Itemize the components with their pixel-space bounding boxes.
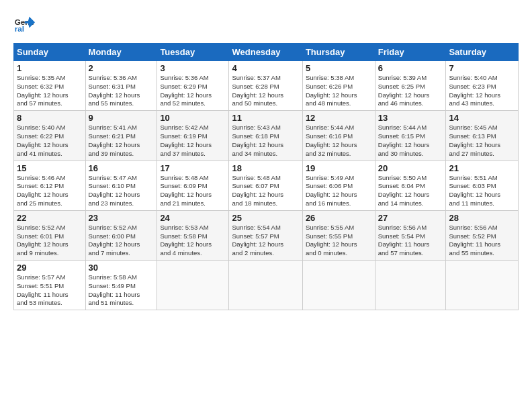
day-number: 29 (17, 263, 83, 273)
table-row: 11Sunrise: 5:43 AM Sunset: 6:18 PM Dayli… (229, 111, 302, 161)
day-number: 21 (449, 163, 515, 173)
day-detail: Sunrise: 5:49 AM Sunset: 6:06 PM Dayligh… (306, 174, 372, 208)
day-number: 23 (89, 213, 154, 223)
table-row (157, 261, 229, 310)
day-detail: Sunrise: 5:43 AM Sunset: 6:18 PM Dayligh… (232, 124, 299, 158)
day-number: 24 (160, 213, 226, 223)
day-number: 8 (17, 113, 83, 123)
day-number: 6 (378, 63, 443, 73)
day-detail: Sunrise: 5:44 AM Sunset: 6:15 PM Dayligh… (378, 124, 443, 158)
table-row: 25Sunrise: 5:54 AM Sunset: 5:57 PM Dayli… (229, 210, 302, 260)
day-detail: Sunrise: 5:56 AM Sunset: 5:54 PM Dayligh… (378, 224, 443, 258)
day-detail: Sunrise: 5:48 AM Sunset: 6:07 PM Dayligh… (232, 174, 299, 208)
table-row: 24Sunrise: 5:53 AM Sunset: 5:58 PM Dayli… (157, 210, 229, 260)
day-detail: Sunrise: 5:52 AM Sunset: 6:00 PM Dayligh… (89, 224, 154, 258)
table-row: 19Sunrise: 5:49 AM Sunset: 6:06 PM Dayli… (302, 161, 375, 210)
day-number: 30 (89, 263, 154, 273)
day-detail: Sunrise: 5:46 AM Sunset: 6:12 PM Dayligh… (17, 174, 83, 208)
day-number: 25 (232, 213, 299, 223)
day-number: 16 (89, 163, 154, 173)
table-row: 29Sunrise: 5:57 AM Sunset: 5:51 PM Dayli… (14, 261, 86, 310)
day-number: 14 (449, 113, 515, 123)
table-row: 18Sunrise: 5:48 AM Sunset: 6:07 PM Dayli… (229, 161, 302, 210)
logo: Gene ral (13, 12, 38, 34)
calendar-table: SundayMondayTuesdayWednesdayThursdayFrid… (13, 43, 519, 310)
table-row: 1Sunrise: 5:35 AM Sunset: 6:32 PM Daylig… (14, 61, 86, 111)
day-detail: Sunrise: 5:56 AM Sunset: 5:52 PM Dayligh… (449, 224, 515, 258)
table-row: 7Sunrise: 5:40 AM Sunset: 6:23 PM Daylig… (446, 61, 519, 111)
table-row: 28Sunrise: 5:56 AM Sunset: 5:52 PM Dayli… (446, 210, 519, 260)
col-header-thursday: Thursday (302, 44, 375, 61)
day-detail: Sunrise: 5:48 AM Sunset: 6:09 PM Dayligh… (160, 174, 226, 208)
day-number: 1 (17, 63, 83, 73)
table-row: 26Sunrise: 5:55 AM Sunset: 5:55 PM Dayli… (302, 210, 375, 260)
day-detail: Sunrise: 5:36 AM Sunset: 6:29 PM Dayligh… (160, 74, 226, 108)
table-row: 12Sunrise: 5:44 AM Sunset: 6:16 PM Dayli… (302, 111, 375, 161)
day-detail: Sunrise: 5:38 AM Sunset: 6:26 PM Dayligh… (306, 74, 372, 108)
col-header-saturday: Saturday (446, 44, 519, 61)
day-detail: Sunrise: 5:57 AM Sunset: 5:51 PM Dayligh… (17, 273, 83, 308)
day-detail: Sunrise: 5:44 AM Sunset: 6:16 PM Dayligh… (306, 124, 372, 158)
day-detail: Sunrise: 5:52 AM Sunset: 6:01 PM Dayligh… (17, 224, 83, 258)
day-number: 28 (449, 213, 515, 223)
table-row: 23Sunrise: 5:52 AM Sunset: 6:00 PM Dayli… (85, 210, 157, 260)
col-header-wednesday: Wednesday (229, 44, 302, 61)
day-number: 10 (160, 113, 226, 123)
day-detail: Sunrise: 5:42 AM Sunset: 6:19 PM Dayligh… (160, 124, 226, 158)
table-row: 27Sunrise: 5:56 AM Sunset: 5:54 PM Dayli… (375, 210, 446, 260)
day-detail: Sunrise: 5:40 AM Sunset: 6:22 PM Dayligh… (17, 124, 83, 158)
day-number: 20 (378, 163, 443, 173)
day-number: 3 (160, 63, 226, 73)
table-row (229, 261, 302, 310)
table-row: 15Sunrise: 5:46 AM Sunset: 6:12 PM Dayli… (14, 161, 86, 210)
day-detail: Sunrise: 5:45 AM Sunset: 6:13 PM Dayligh… (449, 124, 515, 158)
table-row: 10Sunrise: 5:42 AM Sunset: 6:19 PM Dayli… (157, 111, 229, 161)
table-row: 3Sunrise: 5:36 AM Sunset: 6:29 PM Daylig… (157, 61, 229, 111)
day-number: 26 (306, 213, 372, 223)
day-number: 13 (378, 113, 443, 123)
day-detail: Sunrise: 5:41 AM Sunset: 6:21 PM Dayligh… (89, 124, 154, 158)
day-number: 15 (17, 163, 83, 173)
day-number: 17 (160, 163, 226, 173)
day-detail: Sunrise: 5:58 AM Sunset: 5:49 PM Dayligh… (89, 273, 154, 308)
table-row: 22Sunrise: 5:52 AM Sunset: 6:01 PM Dayli… (14, 210, 86, 260)
table-row: 2Sunrise: 5:36 AM Sunset: 6:31 PM Daylig… (85, 61, 157, 111)
day-number: 22 (17, 213, 83, 223)
day-detail: Sunrise: 5:37 AM Sunset: 6:28 PM Dayligh… (232, 74, 299, 108)
table-row: 20Sunrise: 5:50 AM Sunset: 6:04 PM Dayli… (375, 161, 446, 210)
day-detail: Sunrise: 5:40 AM Sunset: 6:23 PM Dayligh… (449, 74, 515, 108)
col-header-friday: Friday (375, 44, 446, 61)
col-header-sunday: Sunday (14, 44, 86, 61)
table-row (446, 261, 519, 310)
col-header-monday: Monday (85, 44, 157, 61)
table-row: 16Sunrise: 5:47 AM Sunset: 6:10 PM Dayli… (85, 161, 157, 210)
table-row: 21Sunrise: 5:51 AM Sunset: 6:03 PM Dayli… (446, 161, 519, 210)
table-row (375, 261, 446, 310)
col-header-tuesday: Tuesday (157, 44, 229, 61)
table-row: 30Sunrise: 5:58 AM Sunset: 5:49 PM Dayli… (85, 261, 157, 310)
day-detail: Sunrise: 5:47 AM Sunset: 6:10 PM Dayligh… (89, 174, 154, 208)
day-number: 27 (378, 213, 443, 223)
day-number: 18 (232, 163, 299, 173)
table-row: 13Sunrise: 5:44 AM Sunset: 6:15 PM Dayli… (375, 111, 446, 161)
day-detail: Sunrise: 5:55 AM Sunset: 5:55 PM Dayligh… (306, 224, 372, 258)
day-detail: Sunrise: 5:39 AM Sunset: 6:25 PM Dayligh… (378, 74, 443, 108)
day-detail: Sunrise: 5:51 AM Sunset: 6:03 PM Dayligh… (449, 174, 515, 208)
day-number: 7 (449, 63, 515, 73)
day-number: 11 (232, 113, 299, 123)
logo-icon: Gene ral (13, 12, 35, 34)
table-row: 8Sunrise: 5:40 AM Sunset: 6:22 PM Daylig… (14, 111, 86, 161)
table-row: 17Sunrise: 5:48 AM Sunset: 6:09 PM Dayli… (157, 161, 229, 210)
day-detail: Sunrise: 5:50 AM Sunset: 6:04 PM Dayligh… (378, 174, 443, 208)
day-number: 9 (89, 113, 154, 123)
day-detail: Sunrise: 5:35 AM Sunset: 6:32 PM Dayligh… (17, 74, 83, 108)
table-row: 4Sunrise: 5:37 AM Sunset: 6:28 PM Daylig… (229, 61, 302, 111)
table-row: 5Sunrise: 5:38 AM Sunset: 6:26 PM Daylig… (302, 61, 375, 111)
svg-text:ral: ral (15, 24, 24, 33)
day-number: 2 (89, 63, 154, 73)
day-number: 12 (306, 113, 372, 123)
day-detail: Sunrise: 5:36 AM Sunset: 6:31 PM Dayligh… (89, 74, 154, 108)
day-number: 4 (232, 63, 299, 73)
table-row (302, 261, 375, 310)
table-row: 9Sunrise: 5:41 AM Sunset: 6:21 PM Daylig… (85, 111, 157, 161)
